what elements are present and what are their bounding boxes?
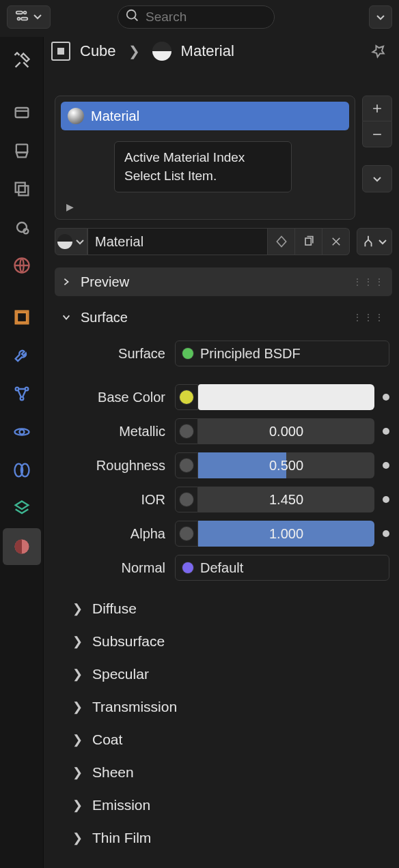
surface-shader-field[interactable]: Principled BSDF (175, 341, 389, 366)
chevron-down-icon (61, 310, 77, 326)
chevron-down-icon (32, 10, 43, 25)
prop-label: Surface (57, 346, 175, 362)
value-socket-icon (180, 424, 193, 438)
tab-object[interactable] (3, 299, 41, 336)
svg-rect-7 (16, 145, 27, 153)
svg-rect-23 (305, 238, 311, 245)
tab-physics[interactable] (3, 414, 41, 450)
unlink-material-button[interactable] (322, 228, 350, 255)
svg-point-4 (127, 10, 136, 18)
tooltip: Active Material Index Select List Item. (114, 141, 292, 192)
vector-socket-icon (182, 562, 193, 573)
animate-dot[interactable] (383, 428, 389, 435)
material-name-field[interactable]: Material (87, 228, 268, 255)
options-dropdown[interactable] (369, 5, 392, 29)
breadcrumb: Cube ❯ Material (0, 30, 399, 72)
alpha-field[interactable]: 1.000 (198, 521, 374, 547)
normal-field[interactable]: Default (175, 555, 389, 581)
sliders-icon (14, 8, 29, 26)
tab-data[interactable] (3, 490, 41, 527)
panel-preview[interactable]: Preview ⋮⋮⋮ (55, 267, 392, 296)
roughness-socket[interactable] (175, 452, 198, 478)
chevron-right-icon: ❯ (72, 830, 83, 845)
material-slots-list[interactable]: Material Active Material Index Select Li… (55, 96, 355, 220)
chevron-right-icon: ❯ (72, 634, 83, 649)
animate-dot[interactable] (383, 496, 389, 503)
object-icon (51, 42, 70, 61)
material-preview-icon (68, 108, 84, 124)
search-icon (125, 8, 140, 27)
subpanel-subsurface[interactable]: ❯ Subsurface (57, 625, 389, 658)
svg-rect-0 (16, 12, 23, 14)
subpanel-sheen[interactable]: ❯ Sheen (57, 756, 389, 789)
base-color-swatch[interactable] (198, 384, 374, 410)
material-icon (152, 42, 171, 61)
prop-label: Normal (57, 560, 175, 576)
tab-world[interactable] (3, 247, 41, 284)
value-socket-icon (180, 527, 193, 540)
svg-rect-9 (18, 186, 28, 195)
svg-point-1 (24, 12, 27, 14)
ior-field[interactable]: 1.450 (198, 487, 374, 512)
prop-label: Base Color (57, 390, 175, 405)
subpanel-specular[interactable]: ❯ Specular (57, 658, 389, 691)
chevron-right-icon (61, 274, 77, 290)
tab-output[interactable] (3, 132, 41, 169)
panel-surface[interactable]: Surface ⋮⋮⋮ (55, 303, 392, 332)
subpanel-thinfilm[interactable]: ❯ Thin Film (57, 822, 389, 854)
grip-icon[interactable]: ⋮⋮⋮ (353, 312, 385, 323)
tab-tool[interactable] (3, 42, 41, 79)
metallic-field[interactable]: 0.000 (198, 418, 374, 444)
node-tree-filter-button[interactable] (357, 228, 392, 255)
breadcrumb-object[interactable]: Cube (80, 42, 116, 60)
chevron-right-icon: ❯ (72, 798, 83, 813)
value-socket-icon (180, 459, 193, 472)
svg-point-3 (18, 18, 20, 20)
material-slot-name: Material (91, 108, 139, 124)
prop-label: IOR (57, 492, 175, 508)
prop-label: Alpha (57, 526, 175, 542)
svg-rect-13 (17, 313, 27, 322)
tab-constraints[interactable] (3, 452, 41, 489)
remove-slot-button[interactable] (362, 121, 392, 147)
add-slot-button[interactable] (362, 96, 392, 121)
material-slot-active[interactable]: Material (61, 102, 349, 130)
animate-dot[interactable] (383, 394, 389, 401)
grip-icon[interactable]: ⋮⋮⋮ (353, 276, 385, 287)
panel-label: Surface (81, 310, 128, 326)
ior-socket[interactable] (175, 487, 198, 512)
base-color-socket[interactable] (175, 384, 198, 410)
fake-user-button[interactable] (268, 228, 295, 255)
subpanel-transmission[interactable]: ❯ Transmission (57, 691, 389, 723)
expand-icon[interactable]: ▶ (61, 201, 74, 212)
subpanel-coat[interactable]: ❯ Coat (57, 723, 389, 756)
tab-render[interactable] (3, 94, 41, 131)
svg-line-5 (135, 17, 138, 20)
tab-modifiers[interactable] (3, 337, 41, 374)
pin-button[interactable] (366, 39, 391, 63)
tab-material[interactable] (3, 528, 41, 565)
tab-viewlayer[interactable] (3, 171, 41, 207)
animate-dot[interactable] (383, 462, 389, 469)
animate-dot[interactable] (383, 530, 389, 537)
svg-rect-2 (21, 18, 27, 20)
editor-type-switcher[interactable] (7, 5, 51, 29)
search-placeholder: Search (146, 10, 187, 25)
breadcrumb-material[interactable]: Material (181, 42, 234, 60)
chevron-right-icon: ❯ (72, 765, 83, 780)
subpanel-emission[interactable]: ❯ Emission (57, 789, 389, 822)
chevron-right-icon: ❯ (72, 667, 83, 682)
alpha-socket[interactable] (175, 521, 198, 547)
tab-particles[interactable] (3, 375, 41, 412)
metallic-socket[interactable] (175, 418, 198, 444)
color-swatch (198, 384, 374, 410)
roughness-field[interactable]: 0.500 (198, 452, 374, 478)
properties-tab-strip (0, 37, 44, 868)
material-browse-menu[interactable] (55, 228, 87, 255)
new-material-button[interactable] (295, 228, 322, 255)
svg-rect-6 (15, 108, 28, 117)
tab-scene[interactable] (3, 209, 41, 246)
search-input[interactable]: Search (118, 5, 275, 29)
subpanel-diffuse[interactable]: ❯ Diffuse (57, 592, 389, 625)
slot-specials-button[interactable] (362, 165, 392, 192)
